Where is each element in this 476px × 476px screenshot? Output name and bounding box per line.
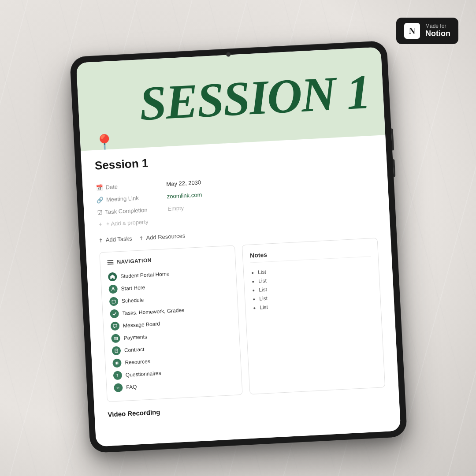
property-date-label: 📅 Date — [96, 181, 167, 191]
add-resources-arrow-icon: ↗ — [138, 234, 145, 242]
properties-section: 📅 Date May 22, 2030 🔗 Meeting Link zooml… — [96, 167, 376, 230]
nav-item-tasks-icon — [110, 309, 119, 318]
property-date-value[interactable]: May 22, 2030 — [166, 179, 201, 187]
notes-card: Notes List List List List List — [242, 238, 385, 394]
notion-icon: N — [404, 23, 420, 39]
nav-item-home-icon — [108, 272, 117, 282]
svg-text:?!: ?! — [116, 387, 119, 390]
nav-item-faq-icon: ?! — [114, 383, 123, 392]
nav-item-start-icon — [108, 284, 118, 294]
content-grid: NAVIGATION Student Portal Home — [99, 238, 385, 402]
nav-item-contract-icon — [112, 346, 121, 355]
notion-word-label: Notion — [425, 29, 450, 39]
property-task-completion-value[interactable]: Empty — [167, 205, 184, 212]
property-task-completion-label: ☑ Task Completion — [97, 205, 168, 216]
property-meeting-value[interactable]: zoomlink.com — [167, 191, 202, 200]
notion-badge: N Made for Notion — [396, 18, 458, 44]
navigation-card-header: NAVIGATION — [107, 253, 228, 265]
link-icon: 🔗 — [97, 196, 104, 203]
hamburger-icon — [107, 260, 114, 265]
add-property-plus: ＋ — [97, 220, 104, 228]
tablet-side-button-mid — [393, 159, 395, 177]
page-icon: 📍 — [93, 133, 116, 151]
svg-point-0 — [112, 287, 114, 289]
page-body[interactable]: Session 1 📅 Date May 22, 2030 — [81, 135, 401, 446]
tablet-side-button-top — [391, 128, 394, 150]
add-tasks-button[interactable]: ↗ Add Tasks — [98, 235, 132, 244]
checkbox-icon: ☑ — [97, 209, 103, 216]
page-title: Session 1 — [94, 145, 373, 173]
add-resources-button[interactable]: ↗ Add Resources — [139, 232, 186, 241]
made-for-label: Made for — [425, 23, 450, 29]
notion-badge-text: Made for Notion — [425, 23, 450, 39]
notes-list: List List List List List — [251, 262, 374, 312]
tablet-screen: SESSION 1 📍 Session 1 📅 Date May 22, 203… — [76, 47, 401, 446]
nav-item-questionnaires-icon: ? — [113, 371, 122, 380]
tablet-outer: SESSION 1 📍 Session 1 📅 Date May 22, 203… — [70, 41, 407, 453]
svg-rect-6 — [115, 349, 118, 353]
date-icon: 📅 — [96, 184, 103, 191]
page-header-title: SESSION 1 — [138, 67, 371, 128]
page-header: SESSION 1 📍 — [76, 47, 386, 151]
svg-text:?: ? — [116, 374, 119, 378]
tablet-wrapper: SESSION 1 📍 Session 1 📅 Date May 22, 203… — [70, 41, 407, 453]
nav-item-message-icon — [111, 321, 120, 331]
nav-item-payments-icon — [111, 334, 120, 343]
nav-item-resources-icon — [112, 358, 122, 368]
navigation-card: NAVIGATION Student Portal Home — [99, 245, 242, 402]
nav-item-schedule-icon — [109, 297, 119, 306]
add-tasks-arrow-icon: ↗ — [97, 236, 104, 244]
svg-rect-1 — [112, 300, 115, 303]
notes-card-title: Notes — [250, 245, 371, 263]
property-meeting-label: 🔗 Meeting Link — [97, 193, 167, 203]
